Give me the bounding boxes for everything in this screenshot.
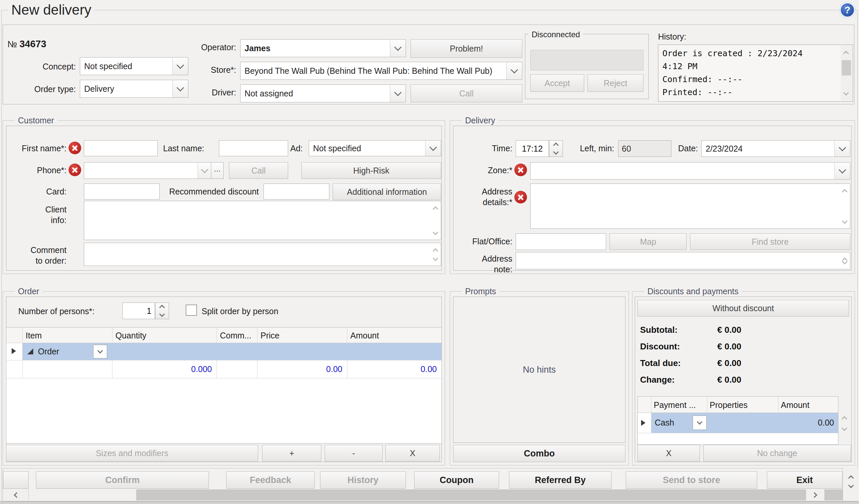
client-info-textarea[interactable]	[84, 201, 441, 240]
delivery-title: Delivery	[462, 115, 498, 126]
time-stepper[interactable]	[549, 140, 563, 157]
ad-select[interactable]: Not specified	[309, 140, 441, 156]
split-order-checkbox[interactable]	[186, 304, 197, 316]
reject-button[interactable]: Reject	[588, 75, 644, 92]
feedback-button[interactable]: Feedback	[226, 471, 315, 489]
driver-call-button[interactable]: Call	[410, 84, 522, 103]
column-header-price[interactable]: Price	[260, 330, 280, 341]
scroll-up-icon[interactable]	[843, 51, 849, 57]
horizontal-scrollbar[interactable]	[3, 489, 843, 500]
persons-input[interactable]	[122, 302, 155, 319]
history-button[interactable]: History	[320, 471, 406, 489]
add-item-button[interactable]: +	[262, 445, 321, 461]
accept-button[interactable]: Accept	[530, 75, 584, 92]
scroll-down-icon[interactable]	[842, 218, 848, 224]
cutoff-button[interactable]	[3, 471, 29, 489]
chevron-down-icon[interactable]	[198, 162, 211, 178]
comment-to-order-textarea[interactable]	[84, 243, 441, 266]
sizes-modifiers-button[interactable]: Sizes and modifiers	[6, 445, 258, 461]
amount-cell[interactable]: 0.00	[421, 364, 437, 374]
row-expand-icon[interactable]	[27, 348, 33, 355]
column-header-amount[interactable]: Amount	[781, 399, 810, 410]
comment-to-order-label: Comment to order:	[23, 245, 66, 266]
chevron-down-icon[interactable]	[506, 62, 522, 79]
time-input[interactable]	[516, 140, 549, 157]
column-header-payment[interactable]: Payment ...	[654, 399, 696, 410]
coupon-button[interactable]: Coupon	[414, 471, 499, 489]
scroll-down-icon[interactable]	[433, 256, 438, 261]
scroll-right-button[interactable]	[806, 489, 824, 500]
scroll-up-icon[interactable]	[433, 206, 438, 212]
high-risk-button[interactable]: High-Risk	[301, 162, 441, 179]
map-button[interactable]: Map	[609, 233, 687, 250]
phone-more-button[interactable]: ...	[211, 162, 223, 178]
confirm-button[interactable]: Confirm	[36, 471, 209, 489]
scroll-down-icon[interactable]	[848, 483, 854, 488]
address-details-textarea[interactable]	[530, 184, 850, 229]
help-icon[interactable]	[840, 2, 855, 18]
no-change-button[interactable]: No change	[703, 445, 851, 461]
history-scrollbar[interactable]	[841, 46, 852, 101]
driver-select[interactable]: Not assigned	[240, 84, 406, 103]
flat-office-input[interactable]	[516, 233, 606, 250]
column-header-comment[interactable]: Comm...	[220, 330, 251, 341]
spin-up-icon[interactable]	[155, 303, 169, 311]
store-label: Store*:	[172, 64, 236, 75]
spin-down-icon[interactable]	[155, 311, 169, 319]
without-discount-button[interactable]: Without discount	[637, 300, 849, 316]
scroll-up-icon[interactable]	[848, 475, 854, 481]
operator-select[interactable]: James	[240, 39, 406, 57]
order-number-value: 34673	[19, 38, 46, 49]
scroll-up-icon[interactable]	[842, 189, 848, 195]
spin-up-icon[interactable]	[549, 141, 562, 148]
chevron-down-icon[interactable]	[390, 85, 406, 102]
item-dropdown-button[interactable]	[93, 345, 107, 358]
payment-method-cell[interactable]: Cash	[655, 417, 674, 428]
chevron-down-icon[interactable]	[834, 141, 850, 157]
send-to-store-button[interactable]: Send to store	[626, 471, 757, 489]
scroll-left-button[interactable]	[3, 489, 28, 500]
chevron-down-icon[interactable]	[425, 141, 441, 156]
chevron-down-icon[interactable]	[390, 40, 406, 57]
address-note-textarea[interactable]	[516, 252, 850, 269]
payment-amount-cell[interactable]: 0.00	[818, 417, 834, 428]
additional-information-button[interactable]: Additional information	[333, 184, 441, 200]
find-store-button[interactable]: Find store	[690, 233, 850, 250]
order-group-cell[interactable]: Order	[38, 346, 59, 357]
table-row[interactable]: 0.000 0.00 0.00	[6, 360, 441, 378]
scrollbar-thumb[interactable]	[842, 60, 851, 76]
problem-button[interactable]: Problem!	[410, 39, 522, 58]
referred-by-button[interactable]: Referred By	[509, 471, 612, 489]
date-select[interactable]: 2/23/2024	[701, 140, 850, 157]
table-row[interactable]: Order	[22, 343, 441, 360]
payment-dropdown-button[interactable]	[693, 415, 707, 430]
store-select[interactable]: Beyond The Wall Pub (Behind The Wall Pub…	[240, 62, 522, 80]
zone-select[interactable]	[530, 162, 850, 179]
clear-payment-button[interactable]: X	[637, 445, 700, 461]
price-cell[interactable]: 0.00	[326, 364, 342, 374]
column-header-item[interactable]: Item	[26, 330, 42, 341]
scrollbar-thumb[interactable]	[29, 489, 137, 500]
scroll-down-icon[interactable]	[433, 230, 438, 235]
chevron-down-icon[interactable]	[834, 162, 850, 179]
vertical-scrollbar[interactable]	[845, 468, 858, 500]
card-input[interactable]	[84, 184, 160, 200]
combo-button[interactable]: Combo	[453, 445, 626, 462]
remove-item-button[interactable]: -	[325, 445, 382, 461]
spin-down-icon[interactable]	[549, 148, 562, 157]
scroll-up-icon[interactable]	[433, 248, 438, 254]
phone-input[interactable]: ...	[84, 162, 224, 179]
recommended-discount-input[interactable]	[263, 184, 329, 200]
table-row[interactable]: Cash 0.00	[651, 413, 838, 433]
scroll-down-icon[interactable]	[843, 90, 849, 96]
first-name-input[interactable]	[84, 140, 158, 156]
exit-button[interactable]: Exit	[767, 471, 842, 489]
customer-call-button[interactable]: Call	[229, 162, 288, 179]
column-header-properties[interactable]: Properties	[710, 399, 748, 410]
quantity-cell[interactable]: 0.000	[191, 364, 212, 374]
total-due-value: € 0.00	[717, 358, 741, 368]
column-header-amount[interactable]: Amount	[350, 330, 379, 341]
column-header-quantity[interactable]: Quantity	[116, 330, 146, 341]
persons-stepper[interactable]	[155, 302, 169, 319]
delete-item-button[interactable]: X	[385, 445, 440, 461]
